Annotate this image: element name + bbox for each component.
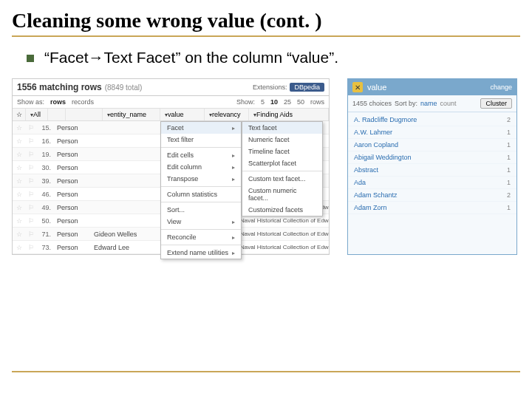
flag-icon[interactable]: ⚐: [26, 244, 36, 251]
show-as-rows[interactable]: rows: [50, 98, 66, 106]
submenu-custom-numeric-facet[interactable]: Custom numeric facet...: [242, 185, 322, 204]
submenu-numeric-facet[interactable]: Numeric facet: [242, 134, 322, 146]
menu-edit-column[interactable]: Edit column▸: [161, 161, 241, 173]
show-10[interactable]: 10: [270, 98, 278, 106]
star-icon[interactable]: ☆: [13, 151, 26, 158]
show-as-label: Show as:: [17, 98, 44, 106]
star-icon[interactable]: ☆: [13, 137, 26, 145]
menu-transpose[interactable]: Transpose▸: [161, 173, 241, 185]
flag-icon[interactable]: ⚐: [26, 217, 36, 225]
row-type: Person: [54, 204, 91, 211]
facet-item[interactable]: Abstract1: [348, 164, 516, 177]
flag-icon[interactable]: ⚐: [26, 124, 36, 132]
col-all[interactable]: ▾All: [26, 109, 48, 120]
facet-panel: ✕ value change 1455 choices Sort by: nam…: [347, 78, 517, 255]
show-25[interactable]: 25: [284, 98, 291, 106]
col-value[interactable]: ▾value: [160, 109, 205, 120]
star-icon[interactable]: ☆: [13, 244, 26, 251]
total-rows: (8849 total): [105, 83, 143, 92]
submenu-customized-facets[interactable]: Customized facets: [242, 204, 322, 216]
facet-item-count: 1: [507, 179, 511, 186]
facet-submenu[interactable]: Text facet Numeric facet Timeline facet …: [242, 121, 323, 216]
submenu-custom-text-facet[interactable]: Custom text facet...: [242, 173, 322, 185]
menu-text-filter[interactable]: Text filter: [161, 134, 241, 146]
facet-item-count: 1: [507, 166, 511, 174]
submenu-scatterplot-facet[interactable]: Scatterplot facet: [242, 157, 322, 169]
flag-icon[interactable]: ⚐: [26, 204, 36, 211]
col-rownum: [48, 109, 66, 120]
slide-title: Cleaning some wrong value (cont. ): [12, 9, 520, 37]
facet-item-name: Ada: [354, 179, 366, 186]
menu-extend-name-utilities[interactable]: Extend name utilities▸: [161, 247, 241, 259]
matching-rows: 1556 matching rows: [17, 82, 102, 92]
facet-item[interactable]: Adam Schantz2: [348, 189, 516, 202]
row-number: 46.: [36, 191, 54, 198]
facet-item[interactable]: A.W. Lahmer1: [348, 126, 516, 139]
flag-icon[interactable]: ⚐: [26, 231, 36, 238]
row-number: 71.: [36, 231, 54, 238]
menu-reconcile[interactable]: Reconcile▸: [161, 231, 241, 243]
cluster-button[interactable]: Cluster: [480, 98, 512, 109]
star-icon[interactable]: ☆: [13, 191, 26, 198]
row-number: 49.: [36, 204, 54, 211]
show-as-records[interactable]: records: [72, 98, 94, 106]
facet-item-name: Adam Schantz: [354, 191, 398, 199]
flag-icon[interactable]: ⚐: [26, 177, 36, 185]
menu-view[interactable]: View▸: [161, 216, 241, 228]
facet-item-count: 1: [507, 204, 511, 211]
facet-item-count: 2: [507, 116, 511, 123]
col-finding-aids[interactable]: ▾Finding Aids: [249, 109, 329, 120]
facet-item[interactable]: Aaron Copland1: [348, 139, 516, 151]
star-icon[interactable]: ☆: [13, 204, 26, 211]
submenu-text-facet[interactable]: Text facet: [242, 122, 322, 134]
facet-item[interactable]: A. Radcliffe Dugmore2: [348, 114, 516, 126]
menu-facet[interactable]: Facet▸: [161, 122, 241, 134]
row-number: 50.: [36, 217, 54, 225]
facet-item-name: Abstract: [354, 166, 378, 174]
row-type: Person: [54, 137, 91, 145]
column-context-menu[interactable]: Facet▸ Text filter Edit cells▸ Edit colu…: [160, 121, 242, 259]
facet-item-name: Aaron Copland: [354, 141, 398, 149]
row-entity: Gideon Welles: [91, 231, 149, 238]
openrefine-grid-panel: 1556 matching rows (8849 total) Extensio…: [12, 78, 330, 255]
facet-item-name: A.W. Lahmer: [354, 129, 392, 136]
close-icon[interactable]: ✕: [352, 82, 363, 92]
flag-icon[interactable]: ⚐: [26, 164, 36, 171]
star-icon[interactable]: ☆: [13, 217, 26, 225]
bullet-text: “Facet→Text Facet” on the column “value”…: [44, 49, 338, 66]
star-icon[interactable]: ☆: [13, 177, 26, 185]
row-type: Person: [54, 217, 91, 225]
show-50[interactable]: 50: [297, 98, 304, 106]
submenu-timeline-facet[interactable]: Timeline facet: [242, 146, 322, 157]
facet-item[interactable]: Adam Zorn1: [348, 202, 516, 214]
flag-icon[interactable]: ⚐: [26, 191, 36, 198]
flag-icon[interactable]: ⚐: [26, 151, 36, 158]
extensions-label: Extensions:: [253, 83, 287, 91]
sort-by-count[interactable]: count: [440, 100, 457, 107]
row-entity: Edward Lee: [91, 244, 149, 251]
extension-dbpedia[interactable]: DBpedia: [290, 83, 324, 92]
bullet-icon: [27, 55, 34, 62]
row-number: 39.: [36, 177, 54, 185]
col-entity-name[interactable]: ▾entity_name: [103, 109, 160, 120]
facet-item[interactable]: Ada1: [348, 177, 516, 189]
col-relevancy[interactable]: ▾relevancy: [205, 109, 249, 120]
show-5[interactable]: 5: [261, 98, 265, 106]
chevron-right-icon: ▸: [232, 234, 235, 241]
sort-by-name[interactable]: name: [420, 100, 437, 107]
facet-change-link[interactable]: change: [490, 83, 512, 91]
menu-edit-cells[interactable]: Edit cells▸: [161, 149, 241, 161]
star-icon[interactable]: ☆: [13, 164, 26, 171]
menu-column-statistics[interactable]: Column statistics: [161, 188, 241, 200]
facet-choices-count: 1455 choices: [352, 100, 392, 107]
row-type: Person: [54, 231, 91, 238]
facet-item-name: Abigail Weddington: [354, 154, 411, 161]
slide-divider: [12, 371, 520, 372]
star-icon[interactable]: ☆: [13, 231, 26, 238]
star-icon[interactable]: ☆: [13, 124, 26, 132]
menu-sort[interactable]: Sort...: [161, 204, 241, 216]
facet-item-name: A. Radcliffe Dugmore: [354, 116, 417, 123]
col-star: ☆: [13, 109, 26, 120]
flag-icon[interactable]: ⚐: [26, 137, 36, 145]
facet-item[interactable]: Abigail Weddington1: [348, 151, 516, 164]
